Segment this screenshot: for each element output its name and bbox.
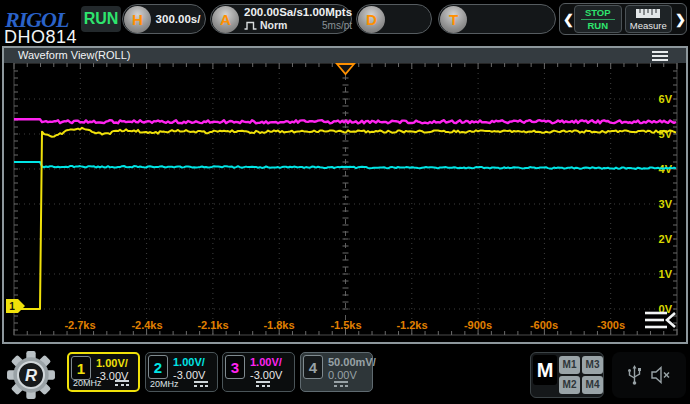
channel1-bandwidth: 20MHz: [73, 378, 102, 388]
math-label: M: [533, 355, 557, 385]
trigger-position-marker[interactable]: [337, 64, 354, 74]
channel2-bandwidth: 20MHz: [150, 379, 179, 389]
trigger-knob[interactable]: T: [440, 6, 467, 33]
graticule: [14, 63, 677, 335]
stop-label: STOP: [581, 7, 615, 20]
quick-menu-left-icon[interactable]: ❮: [563, 12, 571, 27]
stop-run-button[interactable]: STOP RUN: [574, 5, 622, 33]
voltage-label: 1V: [659, 268, 673, 280]
dc-coupling-icon: [194, 381, 208, 387]
acquisition-settings-pill[interactable]: A 200.00Sa/s Norm 1.00Mpts 5ms/pt: [210, 4, 352, 34]
window-title: Waveform View(ROLL): [18, 49, 130, 61]
channel2-number: 2: [148, 355, 168, 379]
channel4-box[interactable]: 4 50.00mV/ 0.00V: [300, 352, 373, 392]
math-panel[interactable]: M M1 M3 M2 M4: [530, 352, 604, 398]
gear-r-glyph: R: [25, 366, 37, 385]
resolution-value: 5ms/pt: [303, 19, 352, 32]
time-label: -600s: [530, 319, 558, 331]
sample-rate-value: 200.00Sa/s: [244, 6, 303, 19]
measure-button[interactable]: Measure: [625, 5, 673, 33]
channel2-box[interactable]: 2 1.00V/ -3.00V 20MHz: [145, 352, 218, 392]
voltage-label: 2V: [659, 233, 673, 245]
channel3-box[interactable]: 3 1.00V/ -3.00V: [222, 352, 295, 392]
time-label: -900s: [464, 319, 492, 331]
run-status-badge[interactable]: RUN: [81, 6, 121, 32]
run-label: RUN: [587, 20, 608, 31]
status-icon-panel: [612, 352, 686, 398]
horizontal-knob[interactable]: H: [124, 6, 151, 33]
digital-knob[interactable]: D: [358, 6, 385, 33]
sound-muted-icon[interactable]: [651, 366, 671, 384]
ruler-icon: [635, 8, 661, 19]
horizontal-settings-pill[interactable]: H 300.00s/: [122, 4, 206, 34]
time-label: -2.7ks: [64, 319, 95, 331]
quick-menu-right-icon[interactable]: ❯: [675, 12, 683, 27]
oscilloscope-screen: RIGOL RUN H 300.00s/ A 200.00Sa/s Norm 1…: [0, 0, 690, 404]
channel1-box[interactable]: 1 1.00V/ -3.00V 20MHz: [67, 352, 140, 392]
math1-button[interactable]: M1: [559, 356, 580, 374]
waveform-view-window: Waveform View(ROLL) 6V 5V 4V 3V 2V 1V 0V…: [2, 46, 688, 344]
voltage-label: 6V: [659, 93, 673, 105]
channel3-number: 3: [225, 355, 245, 379]
time-label: -300s: [597, 319, 625, 331]
trigger-settings-pill[interactable]: T: [438, 4, 556, 34]
dc-coupling-icon: [256, 381, 270, 387]
memory-depth-value: 1.00Mpts: [303, 6, 352, 19]
channel1-number: 1: [71, 356, 91, 380]
time-label: -2.4ks: [131, 319, 162, 331]
digital-settings-pill[interactable]: D: [356, 4, 432, 34]
trace-ch3: [14, 119, 676, 123]
time-label: -1.5ks: [330, 319, 361, 331]
channel2-scale: 1.00V/: [173, 356, 205, 368]
svg-text:1: 1: [9, 301, 15, 312]
voltage-label: 3V: [659, 198, 673, 210]
channel1-marker[interactable]: 1: [6, 299, 25, 313]
time-label: -1.2ks: [396, 319, 427, 331]
channel1-scale: 1.00V/: [96, 357, 128, 369]
model-label: DHO814: [4, 27, 77, 48]
acquisition-knob[interactable]: A: [212, 6, 239, 33]
timebase-value: 300.00s/: [151, 13, 205, 25]
dc-coupling-icon: [334, 381, 348, 387]
rigol-logo-button[interactable]: R: [6, 350, 56, 400]
math3-button[interactable]: M3: [582, 356, 603, 374]
window-menu-icon[interactable]: [652, 51, 668, 63]
channel-bar: R 1 1.00V/ -3.00V 20MHz 2 1.00V/ -3.00V …: [0, 346, 690, 404]
channel4-scale: 50.00mV/: [328, 356, 376, 368]
quick-menu-panel: ❮ STOP RUN Measure ❯: [559, 3, 687, 35]
dc-coupling-icon: [115, 380, 129, 386]
channel3-offset: -3.00V: [250, 369, 282, 381]
channel3-scale: 1.00V/: [250, 356, 282, 368]
math2-button[interactable]: M2: [559, 376, 580, 394]
window-title-bar[interactable]: Waveform View(ROLL): [4, 48, 686, 63]
display-collapse-icon[interactable]: [645, 313, 675, 327]
channel4-offset: 0.00V: [328, 369, 357, 381]
math4-button[interactable]: M4: [582, 376, 603, 394]
time-label: -1.8ks: [263, 319, 294, 331]
pulse-mode-icon: [244, 21, 257, 30]
waveform-grid: 6V 5V 4V 3V 2V 1V 0V -2.7ks -2.4ks -2.1k…: [4, 63, 686, 342]
measure-label: Measure: [630, 20, 667, 31]
channel4-number: 4: [303, 355, 323, 379]
time-label: -2.1ks: [197, 319, 228, 331]
usb-icon: [628, 365, 641, 385]
trigger-mode-value: Norm: [260, 19, 287, 32]
